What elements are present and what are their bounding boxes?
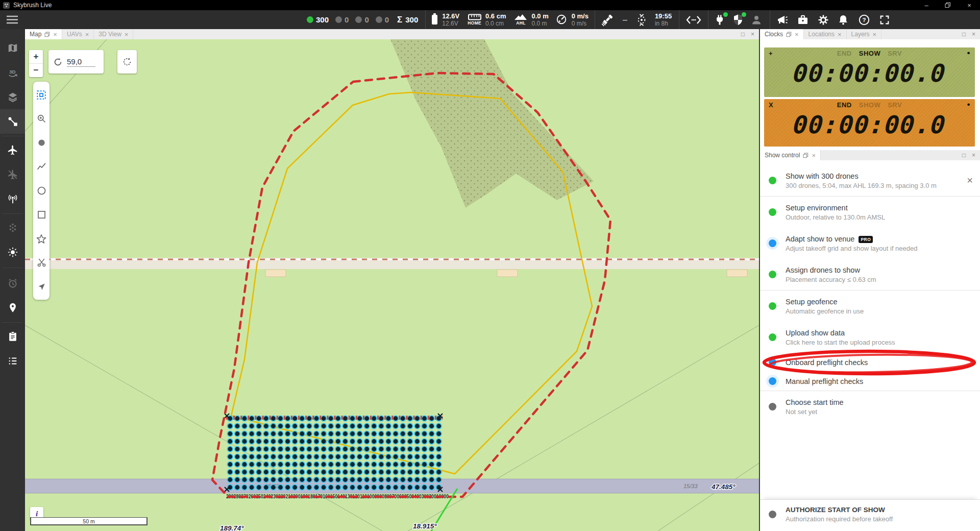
close-icon[interactable]: ×: [838, 31, 842, 38]
sidebar-log-button[interactable]: [0, 349, 25, 373]
battery-min: 12.6V: [442, 20, 459, 27]
sidebar-show-control-button[interactable]: [0, 109, 25, 134]
status-dot-icon: [769, 177, 776, 184]
map-panel: Map × UAVs × 3D View × □ ×: [25, 29, 759, 531]
tab-locations[interactable]: Locations ×: [804, 29, 847, 39]
tab-show-control[interactable]: Show control ×: [760, 150, 821, 160]
sidebar-swarm-button[interactable]: [0, 215, 25, 240]
rc-button[interactable]: [685, 14, 702, 26]
tab-clocks[interactable]: Clocks ×: [760, 29, 804, 39]
safety-button[interactable]: [732, 14, 744, 26]
show-control-item[interactable]: Manual preflight checks: [760, 372, 980, 391]
sidebar-map-button[interactable]: [0, 36, 25, 60]
sidebar-light-control-button[interactable]: [0, 240, 25, 264]
maximize-panel-icon[interactable]: □: [962, 31, 966, 38]
popout-icon[interactable]: [803, 153, 808, 158]
zoom-in-button[interactable]: +: [29, 50, 43, 63]
safety-ok-dot-icon: [742, 12, 746, 17]
tool-edit-button[interactable]: [33, 275, 50, 299]
close-panel-icon[interactable]: ×: [972, 152, 975, 159]
close-icon[interactable]: ×: [812, 152, 816, 159]
maximize-panel-icon[interactable]: □: [962, 152, 966, 159]
minimize-button[interactable]: –: [916, 0, 937, 10]
notifications-button[interactable]: [837, 14, 849, 26]
popout-icon[interactable]: [786, 32, 792, 37]
cursor-icon: [36, 281, 47, 292]
user-button[interactable]: [750, 14, 763, 26]
tool-star-button[interactable]: [33, 227, 50, 251]
help-button[interactable]: ?: [858, 14, 870, 26]
sidebar-missing-uavs-button[interactable]: [0, 162, 25, 187]
rotation-input[interactable]: [67, 57, 95, 67]
close-panel-icon[interactable]: ×: [751, 31, 754, 38]
drone-count-summary[interactable]: 300 0 0 0 Σ 300: [307, 15, 418, 25]
sidebar-layers-button[interactable]: [0, 85, 25, 109]
toolbar-countdown: in 8h: [655, 20, 672, 27]
maximize-panel-icon[interactable]: □: [741, 31, 745, 38]
item-subtitle: Click here to start the upload process: [786, 339, 895, 346]
show-control-item[interactable]: Choose start timeNot set yet: [760, 391, 980, 422]
tool-select-button[interactable]: [33, 83, 50, 107]
tool-point-button[interactable]: [33, 131, 50, 155]
battery-status[interactable]: 12.6V 12.6V: [432, 12, 459, 28]
tab-uavs[interactable]: UAVs ×: [62, 29, 94, 39]
restore-button[interactable]: [937, 0, 959, 10]
sidebar-show-button[interactable]: [0, 324, 25, 349]
show-control-item[interactable]: Onboard preflight checks: [760, 353, 980, 372]
sidebar-rtk-button[interactable]: [0, 187, 25, 211]
show-control-item[interactable]: Assign drones to showPlacement accuracy …: [760, 259, 980, 290]
menu-button[interactable]: [6, 15, 19, 24]
broadcast-button[interactable]: [776, 14, 789, 26]
tool-path-button[interactable]: [33, 155, 50, 179]
server-connection-button[interactable]: [714, 14, 726, 26]
tool-circle-button[interactable]: [33, 179, 50, 203]
close-icon[interactable]: ×: [967, 175, 973, 186]
show-control-item[interactable]: Setup geofenceAutomatic geofence in use: [760, 291, 980, 322]
tab-layers[interactable]: Layers ×: [847, 29, 882, 39]
tab-map[interactable]: Map ×: [25, 29, 62, 39]
rtk-status[interactable]: –: [623, 15, 627, 25]
fullscreen-button[interactable]: [879, 14, 890, 26]
close-icon[interactable]: ×: [125, 31, 129, 38]
clock-status[interactable]: 19:55 in 8h: [655, 12, 672, 28]
settings-button[interactable]: [817, 14, 829, 26]
toolbox-button[interactable]: [797, 14, 809, 26]
close-button[interactable]: ×: [959, 0, 980, 10]
draw-tool-palette: [33, 82, 50, 300]
show-control-item[interactable]: Upload show dataClick here to start the …: [760, 322, 980, 353]
velocity-status[interactable]: 0 m/s 0 m/s: [556, 12, 589, 28]
svg-text:?: ?: [863, 17, 866, 23]
sidebar-uavs-button[interactable]: [0, 138, 25, 162]
close-panel-icon[interactable]: ×: [972, 31, 975, 38]
tool-rectangle-button[interactable]: [33, 203, 50, 227]
reset-rotation-icon[interactable]: [53, 57, 63, 67]
gps-status-button[interactable]: [600, 13, 616, 27]
tool-zoom-button[interactable]: [33, 107, 50, 131]
takeoff-grid[interactable]: 2902802702602502402302202102001901801701…: [225, 414, 449, 499]
show-control-item[interactable]: Setup environmentOutdoor, relative to 13…: [760, 197, 980, 228]
tab-3d-view[interactable]: 3D View ×: [94, 29, 133, 39]
placement-accuracy-status[interactable]: HOME 0.6 cm 0.0 cm: [468, 12, 506, 28]
sidebar-locations-button[interactable]: [0, 296, 25, 320]
show-control-item[interactable]: Adapt show to venuePROAdjust takeoff gri…: [760, 228, 980, 259]
tool-cut-button[interactable]: [33, 251, 50, 275]
close-icon[interactable]: ×: [795, 31, 799, 38]
show-control-item[interactable]: Show with 300 drones300 drones, 5:04, ma…: [760, 165, 980, 196]
map-canvas[interactable]: 15/33 15/33 2902802702602502402302202102…: [25, 39, 759, 531]
popout-icon[interactable]: [44, 32, 50, 37]
orientation-button[interactable]: [634, 13, 649, 27]
skybrush-live-app: Skybrush Live – × 300 0 0 0 Σ 300: [0, 0, 980, 531]
sidebar-alarm-button[interactable]: [0, 271, 25, 296]
close-icon[interactable]: ×: [53, 31, 57, 38]
sidebar-3d-button[interactable]: 3D: [0, 60, 25, 85]
tab-label: 3D View: [99, 31, 121, 38]
authorize-item[interactable]: AUTHORIZE START OF SHOW Authorization re…: [760, 499, 980, 531]
fit-rotation-button[interactable]: [117, 50, 137, 74]
close-icon[interactable]: ×: [873, 31, 877, 38]
altitude-status[interactable]: AHL 0.0 m 0.0 m: [514, 12, 548, 28]
item-subtitle: Not set yet: [786, 408, 844, 416]
close-icon[interactable]: ×: [85, 31, 89, 38]
zoom-out-button[interactable]: −: [29, 64, 43, 77]
show-clock: + ENDSHOWSRV ● 00:00:00.0: [764, 47, 975, 97]
tab-label: Layers: [851, 31, 870, 38]
